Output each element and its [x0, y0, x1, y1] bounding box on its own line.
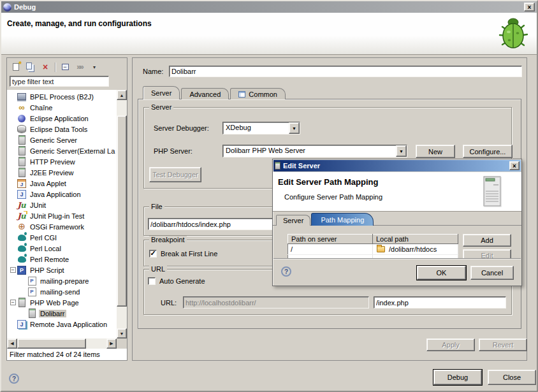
delete-configuration-button[interactable] [40, 62, 50, 72]
horizontal-scroll-thumb[interactable] [17, 338, 86, 349]
column-path-on-server[interactable]: Path on server [288, 235, 373, 244]
tree-item-dolibarr[interactable]: Dolibarr [7, 308, 117, 319]
close-button[interactable]: Close [488, 370, 536, 385]
break-at-first-line-checkbox[interactable] [149, 250, 157, 258]
tab-advanced[interactable]: Advanced [181, 88, 229, 99]
tab-common-label: Common [249, 91, 277, 98]
tree-item-mailing-send[interactable]: mailing-send [7, 286, 117, 297]
scrollbar-corner [117, 338, 127, 349]
revert-button[interactable]: Revert [479, 338, 527, 351]
url-group-title: URL [149, 265, 167, 273]
scroll-left-arrow[interactable]: ◀ [7, 338, 17, 349]
tree-item-mailing-prepare[interactable]: mailing-prepare [7, 275, 117, 286]
tree-item-java-application[interactable]: Java Application [7, 189, 117, 200]
sidebar-toolbar [10, 60, 124, 74]
tree-item-perl-remote[interactable]: Perl Remote [7, 254, 117, 265]
configure-server-button[interactable]: Configure... [463, 145, 513, 158]
column-local-path[interactable]: Local path [373, 235, 458, 244]
table-icon [238, 91, 245, 98]
url-label: URL: [161, 299, 177, 307]
tree-item-http-preview[interactable]: HTTP Preview [7, 156, 117, 167]
combo-arrow-icon[interactable] [289, 122, 300, 134]
tree-item-generic-server-external-la[interactable]: Generic Server(External La [7, 145, 117, 156]
folder-icon [377, 246, 385, 252]
tree-item-label: HTTP Preview [29, 158, 76, 166]
tree-item-osgi-framework[interactable]: OSGi Framework [7, 221, 117, 232]
tab-path-mapping[interactable]: Path Mapping [311, 213, 374, 226]
tree-item-generic-server[interactable]: Generic Server [7, 134, 117, 145]
server-debugger-combo[interactable]: XDebug [222, 122, 300, 134]
edit-mapping-button[interactable]: Edit [463, 249, 511, 259]
tree-item-eclipse-data-tools[interactable]: Eclipse Data Tools [7, 124, 117, 134]
tree-item-junit[interactable]: JUnit [7, 200, 117, 210]
tree-vertical-scrollbar[interactable]: ▲ ▼ [117, 90, 127, 338]
minus-expander-icon[interactable]: − [10, 267, 16, 273]
path-mapping-table[interactable]: Path on server Local path //dolibarr/htd… [287, 234, 458, 259]
dialog-help-icon[interactable] [281, 266, 291, 277]
tree-horizontal-scrollbar[interactable]: ◀ ▶ [7, 338, 117, 349]
cancel-button[interactable]: Cancel [470, 266, 514, 280]
ok-button[interactable]: OK [417, 266, 466, 280]
filter-launch-button[interactable] [75, 62, 85, 72]
auto-generate-checkbox[interactable] [148, 277, 156, 285]
url-path-input[interactable] [374, 296, 506, 309]
tree-item-label: Chaîne [29, 104, 54, 112]
tree-item-java-applet[interactable]: Java Applet [7, 178, 117, 189]
tree-item-label: PHP Web Page [29, 299, 80, 307]
java-icon [17, 190, 26, 198]
tab-advanced-label: Advanced [189, 91, 221, 98]
database-icon [17, 125, 26, 133]
collapse-node-toggle[interactable]: − [8, 300, 17, 305]
tree-item-j2ee-preview[interactable]: J2EE Preview [7, 167, 117, 178]
tree-item-junit-plug-in-test[interactable]: JUnit Plug-in Test [7, 210, 117, 221]
name-input[interactable] [169, 66, 522, 77]
minus-expander-icon[interactable]: − [10, 300, 16, 305]
tree-item-php-web-page[interactable]: −PHP Web Page [7, 297, 117, 308]
vertical-scroll-thumb[interactable] [117, 115, 127, 307]
scroll-right-arrow[interactable]: ▶ [106, 338, 117, 349]
debug-button[interactable]: Debug [433, 370, 482, 385]
help-icon[interactable] [9, 374, 19, 384]
tree-item-perl-cgi[interactable]: Perl CGI [7, 232, 117, 243]
path-mapping-row[interactable]: //dolibarr/htdocs [288, 244, 458, 255]
new-configuration-button[interactable] [11, 62, 21, 72]
tree-item-perl-local[interactable]: Perl Local [7, 243, 117, 254]
collapse-node-toggle[interactable]: − [8, 267, 17, 273]
path-on-server-cell[interactable]: / [288, 244, 373, 255]
php-server-combo[interactable]: Dolibarr PHP Web Server [222, 145, 407, 157]
window-close-button[interactable]: × [524, 3, 535, 11]
tab-dialog-server-label: Server [283, 217, 303, 224]
bug-image [493, 14, 533, 55]
type-filter-input[interactable] [10, 76, 109, 87]
edit-server-tabs: Server Path Mapping [273, 212, 521, 226]
tab-dialog-server[interactable]: Server [276, 215, 310, 226]
osgi-icon [17, 222, 26, 231]
local-path-cell[interactable]: /dolibarr/htdocs [373, 244, 458, 255]
add-mapping-button[interactable]: Add [463, 234, 511, 247]
edit-server-close-button[interactable]: × [509, 161, 520, 170]
tab-server[interactable]: Server [143, 86, 180, 99]
collapse-all-button[interactable] [60, 62, 70, 72]
tree-item-eclipse-application[interactable]: Eclipse Application [7, 113, 117, 124]
configurations-sidebar: BPEL Process (B2J)ChaîneEclipse Applicat… [6, 57, 127, 361]
tree-item-php-script[interactable]: −PHP Script [7, 265, 117, 275]
perl-icon [17, 255, 26, 263]
tab-common[interactable]: Common [230, 88, 286, 99]
tree-item-cha-ne[interactable]: Chaîne [7, 102, 117, 113]
server-icon [17, 136, 26, 144]
apply-button[interactable]: Apply [426, 338, 475, 351]
tree-item-bpel-process-b2j[interactable]: BPEL Process (B2J) [7, 91, 117, 102]
tree-item-label: Java Application [29, 191, 82, 198]
tree-item-label: Dolibarr [39, 310, 66, 317]
new-server-button[interactable]: New [416, 145, 455, 158]
toolbar-menu-button[interactable] [89, 62, 99, 72]
edit-server-header: Edit Server Path Mapping Configure Serve… [273, 172, 521, 212]
combo-arrow-icon[interactable] [396, 145, 407, 157]
test-debugger-button[interactable]: Test Debugger [149, 167, 201, 182]
server-icon [27, 309, 36, 317]
scroll-down-arrow[interactable]: ▼ [117, 328, 127, 338]
tree-item-remote-java-application[interactable]: Remote Java Application [7, 319, 117, 330]
scroll-up-arrow[interactable]: ▲ [117, 90, 127, 100]
path-mapping-content: Path on server Local path //dolibarr/htd… [273, 225, 521, 259]
duplicate-configuration-button[interactable] [25, 62, 36, 72]
